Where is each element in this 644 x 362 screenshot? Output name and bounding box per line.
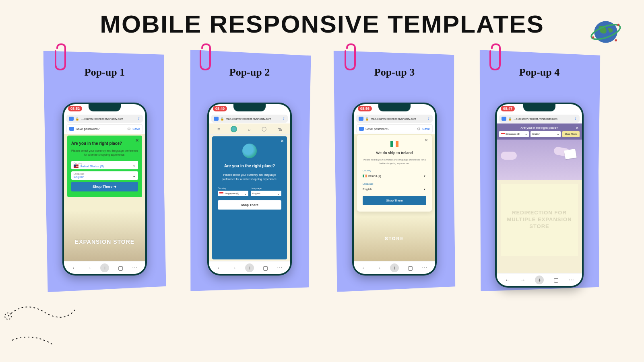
country-select[interactable]: Ireland ($) [363,173,426,179]
back-icon[interactable]: ← [72,265,77,271]
language-select[interactable]: English [530,131,560,137]
save-button[interactable]: Save [132,127,140,131]
field-label: Country [363,169,426,172]
browser-nav: ←→+▢⋯ [354,261,435,274]
flag-sg-icon [219,192,223,195]
back-icon[interactable]: ← [505,277,510,283]
forward-icon[interactable]: → [86,265,92,271]
share-icon[interactable]: ⇪ [137,117,140,121]
svg-point-3 [592,36,594,38]
save-password-bar: Save password?⚙Save [66,124,143,133]
url-bar[interactable]: 🔒...-country-redirect.myshopify.com⇪ [66,115,143,123]
share-icon[interactable]: ⇪ [427,117,430,121]
shop-there-button[interactable]: Shop There [218,200,281,210]
share-icon[interactable]: ⇪ [282,117,285,121]
user-icon[interactable]: ◯ [262,126,266,132]
lock-icon: 🔒 [508,117,512,121]
country-select[interactable]: Singapore ($) [218,191,248,196]
url-bar[interactable]: 🔒map-country-redirect.myshopify.com⇪ [356,115,433,123]
phone-mockup-2: 08:49 🔒map-country-redirect.myshopify.co… [207,103,292,276]
cart-icon[interactable]: 🛍 [277,127,282,132]
key-icon [214,117,219,121]
plus-icon[interactable]: + [245,263,254,272]
close-icon[interactable]: ✕ [135,138,139,143]
globe-icon [588,12,624,48]
popup-heading: Are you in the right place?✕ [499,126,580,130]
shop-there-button[interactable]: Shop There [562,131,580,137]
plus-icon[interactable]: + [535,276,544,284]
back-icon[interactable]: ← [361,265,367,271]
country-value: Singapore ($) [506,133,520,135]
key-icon [359,127,364,131]
url-text: ...p-country-redirect.myshopify.com [514,117,572,120]
globe-icon [242,144,257,158]
more-icon[interactable]: ⋯ [277,265,283,271]
tabs-icon[interactable]: ▢ [118,265,123,271]
language-value: English [363,188,372,191]
popup-heading: Are you in the right place? [218,163,281,169]
key-icon [69,127,74,131]
language-select[interactable]: English [363,186,426,193]
shop-there-button[interactable]: Shop There ➜ [71,182,138,191]
card-popup-3: Pop-up 3 08:56 🔒map-country-redirect.mys… [330,50,459,292]
close-icon[interactable]: ✕ [576,126,579,130]
paperclip-icon [342,42,358,76]
save-password-bar: Save password?⚙Save [356,124,433,133]
browser-nav: ←→+▢⋯ [64,261,145,274]
phone-mockup-3: 08:56 🔒map-country-redirect.myshopify.co… [352,103,437,276]
country-select[interactable]: Singapore ($) [499,131,529,137]
language-value: English [74,175,136,179]
field-label: Language [363,183,426,185]
decorative-dots [4,276,85,358]
tabs-icon[interactable]: ▢ [408,265,413,271]
plus-icon[interactable]: + [390,263,399,272]
url-bar[interactable]: 🔒map-country-redirect.myshopify.com⇪ [211,115,288,123]
language-value: English [532,133,540,135]
popup-4-bar: Are you in the right place?✕ Singapore (… [497,123,582,140]
menu-icon[interactable]: ≡ [217,127,220,132]
tabs-icon[interactable]: ▢ [263,265,268,271]
lock-icon: 🔒 [365,117,369,121]
key-icon [69,117,74,121]
gear-icon[interactable]: ⚙ [417,127,421,131]
popup-subtext: Please select your currency and language… [363,158,426,165]
url-bar[interactable]: 🔒...p-country-redirect.myshopify.com⇪ [499,115,580,123]
gear-icon[interactable]: ⚙ [127,127,131,131]
search-icon[interactable]: ⌕ [248,127,251,132]
back-icon[interactable]: ← [217,265,222,271]
share-icon[interactable]: ⇪ [574,117,577,121]
flag-ie-icon [390,141,398,147]
forward-icon[interactable]: → [520,277,526,283]
popup-subtext: Please select your currency and language… [218,173,281,181]
language-value: English [252,192,260,195]
save-button[interactable]: Save [422,127,430,131]
forward-icon[interactable]: → [376,265,382,271]
popup-subtext: Please select your currency and language… [71,149,138,157]
language-select[interactable]: LanguageEnglish [71,171,138,180]
background-text: STORE [385,236,404,241]
flag-sg-icon [501,133,505,135]
lock-icon: 🔒 [220,117,224,121]
more-icon[interactable]: ⋯ [422,265,427,271]
field-label: Language [251,187,281,189]
close-icon[interactable]: ✕ [425,138,428,142]
popup-1: ✕ Are you in the right place? Please sel… [67,136,142,197]
tabs-icon[interactable]: ▢ [553,277,559,283]
country-select[interactable]: CountryUnited States ($) [71,161,138,169]
language-select[interactable]: English [251,191,281,196]
more-icon[interactable]: ⋯ [568,277,574,283]
shop-there-button[interactable]: Shop There [363,196,426,205]
save-password-text: Save password? [76,127,126,131]
browser-nav: ←→+▢⋯ [497,273,582,286]
forward-icon[interactable]: → [231,265,237,271]
paperclip-icon [52,42,68,76]
country-value: Singapore ($) [225,192,239,195]
svg-point-2 [617,24,619,26]
popup-3: ✕ We do ship to Ireland Please select yo… [357,135,432,212]
card-popup-1: Pop-up 1 08:52 🔒...-country-redirect.mys… [40,50,169,292]
plus-icon[interactable]: + [100,263,109,272]
close-icon[interactable]: ✕ [281,139,284,143]
more-icon[interactable]: ⋯ [132,265,138,271]
country-value: Ireland ($) [368,175,381,177]
popup-2: ✕ Are you in the right place? Please sel… [212,136,287,259]
